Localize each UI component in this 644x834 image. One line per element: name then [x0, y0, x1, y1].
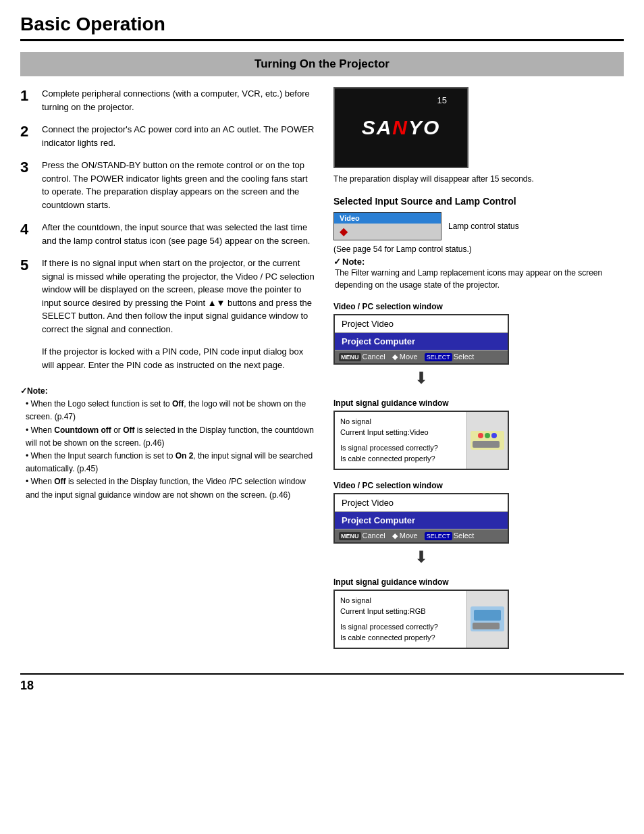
guidance-left-2: No signal Current Input setting:RGB Is s… — [335, 591, 467, 648]
step-extra: If the projector is locked with a PIN co… — [42, 345, 317, 371]
guidance-right-2 — [467, 591, 508, 648]
selected-input-title: Selected Input Source and Lamp Control — [333, 196, 624, 207]
signal-line2-2: Current Input setting:RGB — [340, 606, 461, 617]
selection-window-2: Project Video Project Computer MENUCance… — [333, 493, 509, 544]
page-number: 18 — [20, 673, 624, 693]
connector-icon-2 — [471, 606, 504, 631]
guidance-left-1: No signal Current Input setting:Video Is… — [335, 412, 467, 469]
step-text-2: Connect the projector's AC power cord in… — [42, 123, 317, 149]
menu-badge-1: MENU — [339, 353, 361, 361]
sanyo-logo: SANYO — [362, 116, 441, 139]
step-4: 4 After the countdown, the input source … — [20, 221, 317, 247]
step-num-5: 5 — [20, 257, 35, 274]
video-label: Video — [334, 213, 441, 224]
down-arrow-2: ⬇ — [333, 548, 509, 567]
sel-row-computer-2[interactable]: Project Computer — [335, 512, 508, 529]
lamp-arrow-icon: ◆ — [340, 225, 348, 238]
sel-toolbar-1: MENUCancel ◆ Move SELECTSelect — [335, 350, 508, 363]
note1-section: Note: The Filter warning and Lamp replac… — [333, 257, 624, 291]
step-text-5: If there is no signal input when start o… — [42, 257, 317, 336]
step-1: 1 Complete peripheral connections (with … — [20, 87, 317, 113]
signal-line1-1: No signal — [340, 416, 461, 427]
signal-line3-1: Is signal processed correctly? — [340, 442, 461, 454]
step-5: 5 If there is no signal input when start… — [20, 257, 317, 336]
move-btn-2[interactable]: ◆ Move — [392, 531, 418, 540]
bottom-note-title: ✓Note: — [20, 385, 317, 398]
signal-section-2: Input signal guidance window No signal C… — [333, 577, 624, 649]
step-2: 2 Connect the projector's AC power cord … — [20, 123, 317, 149]
signal-section-1: Input signal guidance window No signal C… — [333, 398, 624, 470]
left-column: 1 Complete peripheral connections (with … — [20, 87, 317, 660]
lamp-note: (See page 54 for Lamp control status.) — [333, 244, 624, 254]
page-title: Basic Operation — [20, 14, 624, 41]
step-num-1: 1 — [20, 87, 35, 105]
move-btn-1[interactable]: ◆ Move — [392, 353, 418, 361]
step-num-2: 2 — [20, 123, 35, 140]
vpc-section-2: Video / PC selection window Project Vide… — [333, 481, 624, 567]
signal-line1-2: No signal — [340, 595, 461, 606]
sel-row-video-2[interactable]: Project Video — [335, 494, 508, 512]
lamp-label: Lamp control status — [448, 221, 519, 231]
guidance-window-1: No signal Current Input setting:Video Is… — [333, 411, 509, 470]
step-num-3: 3 — [20, 159, 35, 176]
step-text-3: Press the ON/STAND-BY button on the remo… — [42, 159, 317, 211]
cancel-btn-1[interactable]: MENUCancel — [339, 353, 385, 361]
selected-input-section: Selected Input Source and Lamp Control V… — [333, 196, 624, 291]
step-num-4: 4 — [20, 221, 35, 238]
note-item-1: • When the Logo select function is set t… — [26, 398, 317, 423]
step-text-1: Complete peripheral connections (with a … — [42, 87, 317, 113]
section-header: Turning On the Projector — [20, 52, 624, 76]
sanyo-display: 15 SANYO — [333, 87, 468, 168]
signal-line4-1: Is cable connected properly? — [340, 453, 461, 465]
step-3: 3 Press the ON/STAND-BY button on the re… — [20, 159, 317, 211]
note1-text: The Filter warning and Lamp replacement … — [335, 267, 624, 291]
sanyo-display-section: 15 SANYO The preparation display will di… — [333, 87, 624, 185]
note-item-2: • When Countdown off or Off is selected … — [26, 424, 317, 450]
bottom-notes: ✓Note: • When the Logo select function i… — [20, 385, 317, 502]
signal-label-2: Input signal guidance window — [333, 577, 624, 587]
signal-line4-2: Is cable connected properly? — [340, 632, 461, 644]
signal-line3-2: Is signal processed correctly? — [340, 621, 461, 633]
select-btn-2[interactable]: SELECTSelect — [425, 531, 475, 540]
sanyo-caption: The preparation display will disappear a… — [333, 174, 624, 185]
guidance-window-2: No signal Current Input setting:RGB Is s… — [333, 590, 509, 649]
note-item-3: • When the Input search function is set … — [26, 450, 317, 475]
down-arrow-1: ⬇ — [333, 369, 509, 388]
lamp-row: ◆ — [334, 224, 441, 240]
sel-row-computer-1[interactable]: Project Computer — [335, 333, 508, 350]
select-btn-1[interactable]: SELECTSelect — [425, 353, 475, 361]
signal-line2-1: Current Input setting:Video — [340, 427, 461, 438]
vpc-section-1: Video / PC selection window Project Vide… — [333, 302, 624, 388]
sel-row-video-1[interactable]: Project Video — [335, 315, 508, 333]
signal-label-1: Input signal guidance window — [333, 398, 624, 408]
select-badge-2: SELECT — [425, 532, 452, 540]
note-item-4: • When Off is selected in the Display fu… — [26, 475, 317, 501]
cancel-btn-2[interactable]: MENUCancel — [339, 531, 385, 540]
note-check-icon: ✓ — [20, 386, 27, 396]
guidance-right-1 — [467, 412, 508, 469]
menu-badge-2: MENU — [339, 532, 361, 540]
selection-window-1: Project Video Project Computer MENUCance… — [333, 314, 509, 365]
vpc-label-2: Video / PC selection window — [333, 481, 624, 490]
step-text-4: After the countdown, the input source th… — [42, 221, 317, 247]
lamp-control-box: Video ◆ Lamp control status — [333, 212, 624, 240]
select-badge-1: SELECT — [425, 353, 452, 361]
vpc-label-1: Video / PC selection window — [333, 302, 624, 311]
connector-icon-1 — [471, 431, 504, 450]
note1-title: Note: — [333, 257, 624, 267]
sanyo-countdown: 15 — [437, 95, 447, 105]
right-column: 15 SANYO The preparation display will di… — [333, 87, 624, 660]
sel-toolbar-2: MENUCancel ◆ Move SELECTSelect — [335, 529, 508, 542]
